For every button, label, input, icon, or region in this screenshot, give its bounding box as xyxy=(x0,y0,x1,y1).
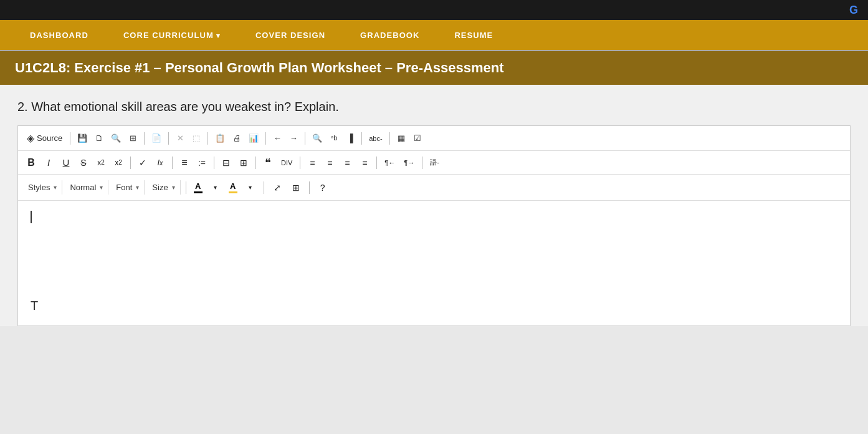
normal-dropdown[interactable]: Normal ▾ xyxy=(65,180,108,195)
new-page-button[interactable]: 🗋 xyxy=(92,130,107,147)
styles-label: Styles xyxy=(28,183,50,192)
remove-format-button[interactable]: ▐ xyxy=(343,130,358,147)
separator-fmt-2 xyxy=(172,157,173,169)
subscript-button[interactable]: x2 xyxy=(93,154,109,171)
separator-fmt-7 xyxy=(422,157,422,169)
separator-fmt-6 xyxy=(376,157,377,169)
styles-dropdown-arrow: ▾ xyxy=(54,184,57,191)
separator-fmt-3 xyxy=(214,157,214,169)
separator-fmt-4 xyxy=(255,157,256,169)
nav-cover-design[interactable]: COVER DESIGN xyxy=(238,22,343,49)
div-button[interactable]: DIV xyxy=(277,154,296,171)
ordered-list-button[interactable]: ≡ xyxy=(176,154,193,171)
font-color-button[interactable]: A xyxy=(191,180,205,195)
ltr-button[interactable]: ¶→ xyxy=(400,154,418,171)
font-bgcolor-icon: A xyxy=(230,181,236,191)
maximize-button[interactable]: ⤢ xyxy=(269,179,285,196)
font-dropdown-arrow: ▾ xyxy=(136,184,139,191)
strikethrough-button[interactable]: S xyxy=(75,154,92,171)
nav-dashboard[interactable]: DASHBOARD xyxy=(12,22,106,49)
paste-button[interactable]: 📋 xyxy=(212,130,228,147)
font-dropdown[interactable]: Font ▾ xyxy=(111,180,145,195)
separator-3 xyxy=(168,132,169,145)
separator-7 xyxy=(361,132,362,145)
top-nav: G xyxy=(0,0,868,20)
font-color-icon: A xyxy=(195,181,201,191)
font-bgcolor-dropdown-button[interactable]: ▾ xyxy=(242,179,259,196)
help-button[interactable]: ? xyxy=(315,179,331,196)
document-button[interactable]: 📄 xyxy=(148,130,165,147)
separator-s2 xyxy=(264,181,264,194)
paste-text-button[interactable]: 🖨 xyxy=(229,130,244,147)
blockquote-button[interactable]: ❝ xyxy=(260,154,276,171)
nav-core-curriculum[interactable]: CORE CURRICULUM xyxy=(106,22,238,49)
spellcheck-button[interactable]: abc- xyxy=(366,130,385,147)
align-right-button[interactable]: ≡ xyxy=(339,154,355,171)
toolbar-row-2: B I U S x2 x2 ✓ Ix ≡ := ⊟ ⊞ ❝ DIV ≡ ≡ ≡ … xyxy=(18,151,850,175)
text-cursor xyxy=(31,211,32,223)
increase-indent-button[interactable]: ⊞ xyxy=(236,154,252,171)
unordered-list-button[interactable]: := xyxy=(194,154,210,171)
undo-button[interactable]: ← xyxy=(270,130,285,147)
align-justify-button[interactable]: ≡ xyxy=(356,154,373,171)
source-label: Source xyxy=(37,133,62,143)
underline-button[interactable]: U xyxy=(58,154,74,171)
bottom-text-cursor: T xyxy=(31,299,38,313)
question-text: 2. What emotional skill areas are you we… xyxy=(17,100,851,114)
font-color-bar xyxy=(194,191,203,193)
nav-resume[interactable]: RESUME xyxy=(437,22,510,49)
size-dropdown[interactable]: Size ▾ xyxy=(147,180,180,195)
checkbox-button[interactable]: ☑ xyxy=(410,130,425,147)
templates-button[interactable]: ⊞ xyxy=(125,130,140,147)
nav-gradebook[interactable]: GRADEBOOK xyxy=(343,22,437,49)
redo-button[interactable]: → xyxy=(286,130,301,147)
decrease-indent-button[interactable]: ⊟ xyxy=(218,154,234,171)
separator-4 xyxy=(207,132,208,145)
separator-s1 xyxy=(186,181,186,194)
show-blocks-button[interactable]: ⊞ xyxy=(288,179,304,196)
separator-8 xyxy=(389,132,390,145)
size-dropdown-arrow: ▾ xyxy=(172,184,175,191)
content-area: 2. What emotional skill areas are you we… xyxy=(0,85,868,326)
preview-button[interactable]: 🔍 xyxy=(108,130,124,147)
rich-text-editor[interactable]: ◈ Source 💾 🗋 🔍 ⊞ 📄 ✕ ⬚ 📋 🖨 📊 ← → 🔍 ᵃb ▐ xyxy=(17,125,851,326)
find-button[interactable]: 🔍 xyxy=(309,130,325,147)
align-center-button[interactable]: ≡ xyxy=(322,154,338,171)
cut-button[interactable]: ✕ xyxy=(173,130,188,147)
check-button[interactable]: ✓ xyxy=(135,154,151,171)
source-button[interactable]: ◈ Source xyxy=(23,130,66,146)
table-button[interactable]: ▦ xyxy=(394,130,409,147)
copy-button[interactable]: ⬚ xyxy=(189,130,204,147)
separator-1 xyxy=(70,132,70,145)
bold-button[interactable]: B xyxy=(23,154,39,171)
select-all-button[interactable]: ᵃb xyxy=(327,130,341,147)
separator-s3 xyxy=(309,181,310,194)
italic-button[interactable]: I xyxy=(41,154,57,171)
font-bgcolor-bar xyxy=(229,191,237,193)
google-icon: G xyxy=(849,4,858,17)
editor-content-area[interactable]: T xyxy=(18,201,850,326)
title-bar: U1C2L8: Exercise #1 – Personal Growth Pl… xyxy=(0,50,868,85)
separator-fmt-1 xyxy=(130,157,131,169)
paste-word-button[interactable]: 📊 xyxy=(246,130,262,147)
styles-dropdown[interactable]: Styles ▾ xyxy=(23,180,62,195)
normal-dropdown-arrow: ▾ xyxy=(100,184,103,191)
superscript-button[interactable]: x2 xyxy=(110,154,126,171)
align-left-button[interactable]: ≡ xyxy=(304,154,320,171)
source-icon: ◈ xyxy=(27,132,34,144)
language-button[interactable]: 語- xyxy=(426,154,443,171)
clear-format-button[interactable]: Ix xyxy=(152,154,168,171)
rtl-button[interactable]: ¶← xyxy=(381,154,399,171)
font-bgcolor-button[interactable]: A xyxy=(226,180,240,195)
separator-2 xyxy=(144,132,145,145)
save-button[interactable]: 💾 xyxy=(74,130,90,147)
toolbar-row-1: ◈ Source 💾 🗋 🔍 ⊞ 📄 ✕ ⬚ 📋 🖨 📊 ← → 🔍 ᵃb ▐ xyxy=(18,126,850,151)
font-label: Font xyxy=(116,183,132,192)
toolbar-row-3: Styles ▾ Normal ▾ Font ▾ Size ▾ A ▾ xyxy=(18,175,850,201)
separator-fmt-5 xyxy=(300,157,300,169)
separator-6 xyxy=(305,132,305,145)
size-label: Size xyxy=(152,183,168,192)
separator-5 xyxy=(265,132,266,145)
font-color-dropdown-button[interactable]: ▾ xyxy=(207,179,224,196)
normal-label: Normal xyxy=(70,183,96,192)
